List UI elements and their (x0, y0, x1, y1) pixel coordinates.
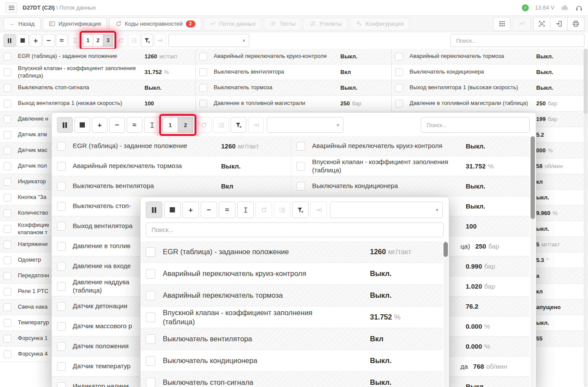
smoothing-button[interactable]: ≈ (219, 202, 235, 218)
search-input[interactable] (146, 222, 444, 237)
row-checkbox[interactable] (146, 269, 155, 279)
parameter-row[interactable]: Аварийный переключатель круиз-контроля В… (141, 263, 443, 285)
row-checkbox[interactable] (3, 131, 11, 139)
parameter-row[interactable]: Выход вентилятора 1 (высокая скорость) В… (392, 80, 588, 96)
row-checkbox[interactable] (3, 162, 11, 170)
zoom-out-button[interactable]: − (201, 202, 217, 218)
parameter-row[interactable]: Аварийный переключатель тормоза Выкл. (141, 285, 443, 306)
row-checkbox[interactable] (57, 222, 66, 231)
row-checkbox[interactable] (57, 362, 66, 371)
row-checkbox[interactable] (199, 100, 207, 108)
row-checkbox[interactable] (57, 342, 66, 351)
smoothing-button[interactable]: ≈ (127, 117, 142, 133)
parameter-row[interactable]: Впускной клапан - коэффициент заполнения… (141, 306, 443, 328)
clear-filter-button[interactable] (231, 117, 246, 133)
row-checkbox[interactable] (3, 178, 11, 186)
row-checkbox[interactable] (3, 256, 11, 264)
row-checkbox[interactable] (57, 202, 66, 211)
row-checkbox[interactable] (146, 334, 155, 344)
parameter-row[interactable]: Выключатель стоп-сигнала Выкл. (0, 80, 195, 96)
parameter-row[interactable]: Выключатель вентилятора Вкл (141, 328, 443, 350)
row-checkbox[interactable] (146, 378, 155, 387)
parameter-row[interactable]: Выключатель кондиционера Выкл. (291, 176, 530, 196)
row-checkbox[interactable] (3, 319, 11, 327)
search-input[interactable] (421, 117, 530, 133)
row-checkbox[interactable] (57, 162, 66, 171)
group-select[interactable]: ▾ (330, 202, 443, 218)
pause-button[interactable] (146, 202, 162, 218)
window-count-2-button[interactable]: 2 (178, 117, 193, 133)
row-checkbox[interactable] (3, 241, 11, 249)
group-select[interactable]: ▾ (168, 34, 249, 47)
window-count-1-button[interactable]: 1 (83, 34, 93, 47)
row-checkbox[interactable] (3, 53, 11, 61)
row-checkbox[interactable] (57, 242, 66, 251)
row-checkbox[interactable] (395, 68, 403, 76)
export-button[interactable] (550, 17, 568, 31)
row-checkbox[interactable] (57, 282, 66, 291)
row-checkbox[interactable] (3, 350, 11, 358)
zoom-in-button[interactable]: + (182, 202, 199, 218)
parameter-row[interactable]: Выход вентилятора 1 (низкая скорость) 10… (0, 96, 195, 111)
row-checkbox[interactable] (57, 182, 66, 191)
row-checkbox[interactable] (3, 68, 11, 76)
group-select[interactable]: ▾ (267, 117, 343, 133)
stop-button[interactable] (164, 202, 181, 218)
clear-filter-button[interactable] (292, 202, 309, 218)
stop-button[interactable] (17, 34, 29, 47)
row-checkbox[interactable] (395, 84, 403, 92)
row-checkbox[interactable] (296, 162, 305, 171)
row-checkbox[interactable] (3, 84, 11, 92)
row-checkbox[interactable] (57, 142, 66, 151)
parameter-row[interactable]: Давление в топливной магистрали (таблица… (392, 96, 588, 111)
parameter-row[interactable]: Выключатель стоп-сигнала Выкл. (141, 372, 443, 387)
row-checkbox[interactable] (3, 303, 11, 311)
tab-identification[interactable]: Идентификация (43, 17, 107, 30)
row-checkbox[interactable] (3, 225, 11, 233)
row-checkbox[interactable] (3, 272, 11, 280)
headphones-icon[interactable] (575, 4, 583, 11)
hamburger-menu-button[interactable] (5, 3, 17, 13)
parameter-row[interactable]: Выключатель кондиционера Выкл. (141, 350, 443, 372)
smoothing-button[interactable]: ≈ (56, 34, 68, 47)
zoom-out-button[interactable]: − (109, 117, 125, 133)
pause-button[interactable] (57, 117, 73, 133)
search-input[interactable] (450, 34, 585, 47)
row-checkbox[interactable] (395, 100, 403, 108)
autoscale-button[interactable] (237, 202, 254, 218)
window-scrollbar[interactable] (531, 136, 535, 387)
row-checkbox[interactable] (3, 288, 11, 296)
row-checkbox[interactable] (57, 322, 66, 331)
parameter-row[interactable]: Аварийный переключатель тормоза Выкл. (52, 156, 291, 176)
window-count-2-button[interactable]: 2 (93, 34, 103, 47)
window-count-3-button[interactable]: 3 (103, 34, 113, 47)
page-scrollbar-thumb[interactable] (584, 49, 588, 114)
row-checkbox[interactable] (199, 84, 207, 92)
fit-screen-button[interactable] (533, 17, 551, 31)
parameter-row[interactable]: Выключатель тормоза Выкл. (196, 80, 391, 96)
row-checkbox[interactable] (3, 335, 11, 343)
window-scrollbar[interactable] (444, 241, 448, 387)
pause-button[interactable] (3, 34, 16, 47)
zoom-in-button[interactable]: + (92, 117, 108, 133)
parameter-row[interactable]: Впускной клапан - коэффициент заполнения… (0, 64, 195, 80)
row-checkbox[interactable] (3, 115, 11, 123)
zoom-in-button[interactable]: + (30, 34, 42, 47)
grid-view-button[interactable] (493, 17, 511, 31)
parameter-row[interactable]: Аварийный переключатель тормоза Выкл. (392, 49, 588, 64)
row-checkbox[interactable] (3, 147, 11, 155)
row-checkbox[interactable] (199, 53, 207, 61)
row-checkbox[interactable] (57, 302, 66, 311)
row-checkbox[interactable] (57, 262, 66, 271)
row-checkbox[interactable] (395, 53, 403, 61)
parameter-row[interactable]: Давление в топливной магистрали 250бар (196, 96, 391, 111)
row-checkbox[interactable] (146, 247, 155, 257)
parameter-row[interactable]: EGR (таблица) - заданное положение 1260м… (141, 241, 443, 263)
window-count-1-button[interactable]: 1 (162, 117, 178, 133)
window-scrollbar-thumb[interactable] (444, 242, 448, 257)
parameter-row[interactable]: EGR (таблица) - заданное положение 1260м… (0, 49, 195, 64)
autoscale-button[interactable] (144, 117, 160, 133)
clear-filter-button[interactable] (141, 34, 153, 47)
parameter-row[interactable]: EGR (таблица) - заданное положение 1260м… (52, 136, 291, 156)
parameter-row[interactable]: Выключатель кондиционера Выкл. (392, 64, 588, 80)
